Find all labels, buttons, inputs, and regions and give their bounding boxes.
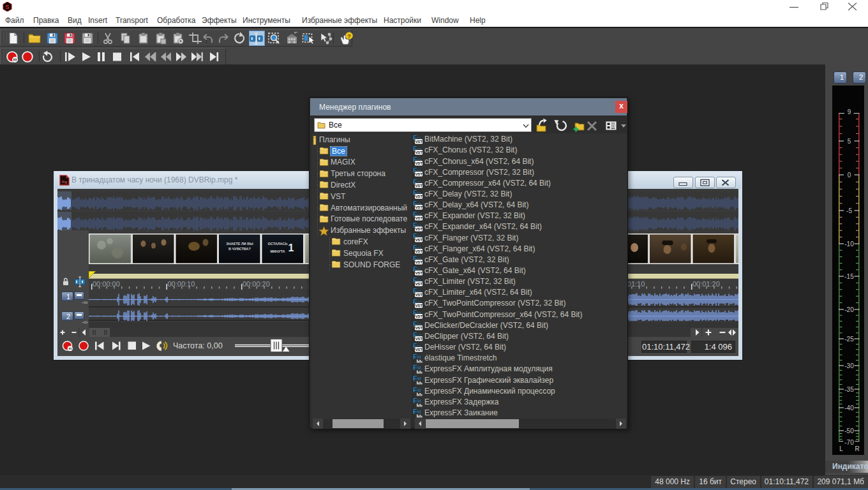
svg-text:-40: -40	[844, 405, 854, 412]
svg-text:5: 5	[848, 138, 851, 145]
svg-text:9: 9	[848, 108, 851, 115]
svg-text:-30: -30	[844, 362, 854, 369]
svg-text:ОСТАЛАСЬ: ОСТАЛАСЬ	[268, 242, 288, 246]
svg-text:-35: -35	[844, 386, 854, 393]
svg-text:МИНУТА: МИНУТА	[271, 249, 285, 253]
svg-text:R: R	[855, 445, 859, 452]
svg-text:-20: -20	[844, 306, 854, 313]
svg-text:0: 0	[848, 172, 851, 179]
svg-text:-25: -25	[844, 336, 854, 343]
svg-text:-50: -50	[844, 427, 854, 434]
svg-text:L: L	[839, 445, 843, 452]
svg-text:?: ?	[347, 33, 351, 40]
svg-text:S: S	[5, 3, 9, 10]
svg-text:00:01:20: 00:01:20	[692, 280, 720, 288]
svg-text:1: 1	[288, 242, 294, 253]
svg-text:00:00:10: 00:00:10	[168, 280, 195, 288]
svg-text:00:00:00: 00:00:00	[93, 280, 120, 288]
svg-text:-15: -15	[844, 273, 854, 280]
svg-text:В ЧУВСТВА?: В ЧУВСТВА?	[228, 247, 251, 251]
svg-text:frg: frg	[62, 180, 67, 184]
svg-text:-5: -5	[846, 207, 852, 214]
svg-text:00:00:20: 00:00:20	[243, 280, 270, 288]
svg-text:ЗНАЕТЕ ЛИ ВЫ: ЗНАЕТЕ ЛИ ВЫ	[226, 242, 253, 246]
svg-text:-70: -70	[844, 439, 854, 446]
svg-text:-10: -10	[844, 241, 854, 248]
